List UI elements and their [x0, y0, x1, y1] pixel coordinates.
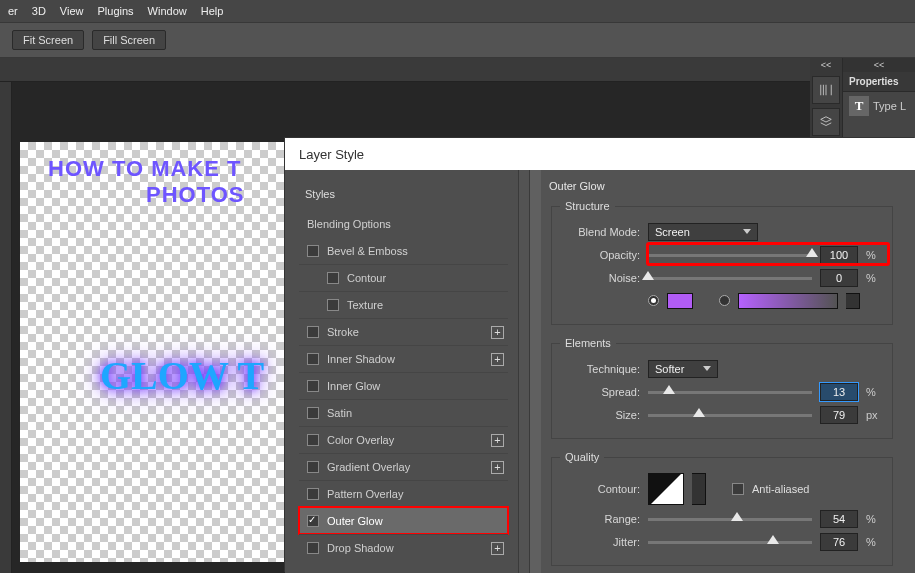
unit-label: % [866, 249, 884, 261]
style-checkbox[interactable] [327, 272, 339, 284]
range-value[interactable]: 54 [820, 510, 858, 528]
style-checkbox[interactable] [307, 245, 319, 257]
blend-mode-label: Blend Mode: [560, 226, 640, 238]
fill-screen-button[interactable]: Fill Screen [92, 30, 166, 50]
properties-panel-title: Properties [843, 72, 915, 92]
menu-item[interactable]: Help [201, 5, 224, 17]
jitter-slider[interactable] [648, 532, 812, 552]
style-checkbox[interactable] [307, 407, 319, 419]
style-checkbox[interactable] [307, 515, 319, 527]
style-row-stroke[interactable]: Stroke+ [299, 318, 508, 345]
layer-row[interactable]: T Type L [843, 92, 915, 120]
add-effect-button[interactable]: + [491, 326, 504, 339]
group-legend: Structure [560, 200, 615, 212]
panel-icon-tab[interactable] [812, 108, 840, 136]
gradient-radio[interactable] [719, 295, 730, 306]
range-label: Range: [560, 513, 640, 525]
gradient-swatch[interactable] [738, 293, 838, 309]
dialog-title[interactable]: Layer Style [285, 138, 915, 170]
menu-item[interactable]: er [8, 5, 18, 17]
range-slider[interactable] [648, 509, 812, 529]
group-legend: Quality [560, 451, 604, 463]
style-row-inner-glow[interactable]: Inner Glow [299, 372, 508, 399]
style-checkbox[interactable] [307, 326, 319, 338]
row-label: Outer Glow [327, 515, 383, 527]
layer-name: Type L [873, 100, 906, 112]
style-row-texture[interactable]: Texture [299, 291, 508, 318]
style-row-pattern-overlay[interactable]: Pattern Overlay [299, 480, 508, 507]
style-checkbox[interactable] [307, 434, 319, 446]
menu-item[interactable]: Window [148, 5, 187, 17]
unit-label: % [866, 536, 884, 548]
fit-screen-button[interactable]: Fit Screen [12, 30, 84, 50]
menu-item[interactable]: 3D [32, 5, 46, 17]
unit-label: px [866, 409, 884, 421]
row-label: Contour [347, 272, 386, 284]
style-checkbox[interactable] [307, 380, 319, 392]
spread-value[interactable]: 13 [820, 383, 858, 401]
add-effect-button[interactable]: + [491, 461, 504, 474]
row-label: Color Overlay [327, 434, 394, 446]
style-checkbox[interactable] [307, 488, 319, 500]
text-layer-subtitle: PHOTOS [146, 182, 245, 208]
document-tab-strip[interactable] [0, 58, 915, 82]
spread-slider[interactable] [648, 382, 812, 402]
style-checkbox[interactable] [307, 353, 319, 365]
technique-select[interactable]: Softer [648, 360, 718, 378]
row-label: Texture [347, 299, 383, 311]
styles-header[interactable]: Styles [299, 182, 508, 210]
opacity-slider[interactable] [648, 245, 812, 265]
type-layer-icon: T [849, 96, 869, 116]
blending-options-row[interactable]: Blending Options [299, 212, 508, 235]
styles-list: Styles Blending Options Bevel & EmbossCo… [285, 170, 519, 573]
style-row-outer-glow[interactable]: Outer Glow [299, 507, 508, 534]
add-effect-button[interactable]: + [491, 434, 504, 447]
style-row-inner-shadow[interactable]: Inner Shadow+ [299, 345, 508, 372]
effect-settings: Outer Glow Structure Blend Mode: Screen … [541, 170, 915, 573]
guides-icon [819, 83, 833, 97]
noise-value[interactable]: 0 [820, 269, 858, 287]
opacity-row: Opacity: 100 % [560, 243, 884, 266]
ruler-edge [0, 82, 12, 573]
style-checkbox[interactable] [327, 299, 339, 311]
anti-aliased-label: Anti-aliased [752, 483, 809, 495]
styles-scrollbar[interactable] [529, 170, 541, 573]
style-row-bevel-emboss[interactable]: Bevel & Emboss [299, 237, 508, 264]
style-checkbox[interactable] [307, 542, 319, 554]
elements-group: Elements Technique: Softer Spread: 13 [551, 337, 893, 439]
row-label: Drop Shadow [327, 542, 394, 554]
opacity-value[interactable]: 100 [820, 246, 858, 264]
structure-group: Structure Blend Mode: Screen Opacity: 10… [551, 200, 893, 325]
jitter-row: Jitter: 76 % [560, 530, 884, 553]
style-row-gradient-overlay[interactable]: Gradient Overlay+ [299, 453, 508, 480]
collapse-indicator[interactable]: << [843, 58, 915, 72]
layers-icon [819, 115, 833, 129]
style-row-drop-shadow[interactable]: Drop Shadow+ [299, 534, 508, 561]
anti-aliased-checkbox[interactable] [732, 483, 744, 495]
style-row-color-overlay[interactable]: Color Overlay+ [299, 426, 508, 453]
unit-label: % [866, 386, 884, 398]
style-row-contour[interactable]: Contour [299, 264, 508, 291]
color-swatch[interactable] [667, 293, 693, 309]
gradient-picker-caret[interactable] [846, 293, 860, 309]
color-radio[interactable] [648, 295, 659, 306]
contour-picker-caret[interactable] [692, 473, 706, 505]
add-effect-button[interactable]: + [491, 353, 504, 366]
add-effect-button[interactable]: + [491, 542, 504, 555]
style-checkbox[interactable] [307, 461, 319, 473]
noise-slider[interactable] [648, 268, 812, 288]
size-value[interactable]: 79 [820, 406, 858, 424]
spread-row: Spread: 13 % [560, 380, 884, 403]
collapse-indicator[interactable]: << [821, 58, 832, 72]
jitter-value[interactable]: 76 [820, 533, 858, 551]
size-slider[interactable] [648, 405, 812, 425]
blend-mode-select[interactable]: Screen [648, 223, 758, 241]
style-row-satin[interactable]: Satin [299, 399, 508, 426]
noise-row: Noise: 0 % [560, 266, 884, 289]
menu-item[interactable]: View [60, 5, 84, 17]
canvas[interactable]: HOW TO MAKE T PHOTOS GLOW T [20, 142, 285, 562]
blend-mode-value: Screen [655, 226, 690, 238]
panel-icon-tab[interactable] [812, 76, 840, 104]
contour-swatch[interactable] [648, 473, 684, 505]
menu-item[interactable]: Plugins [98, 5, 134, 17]
